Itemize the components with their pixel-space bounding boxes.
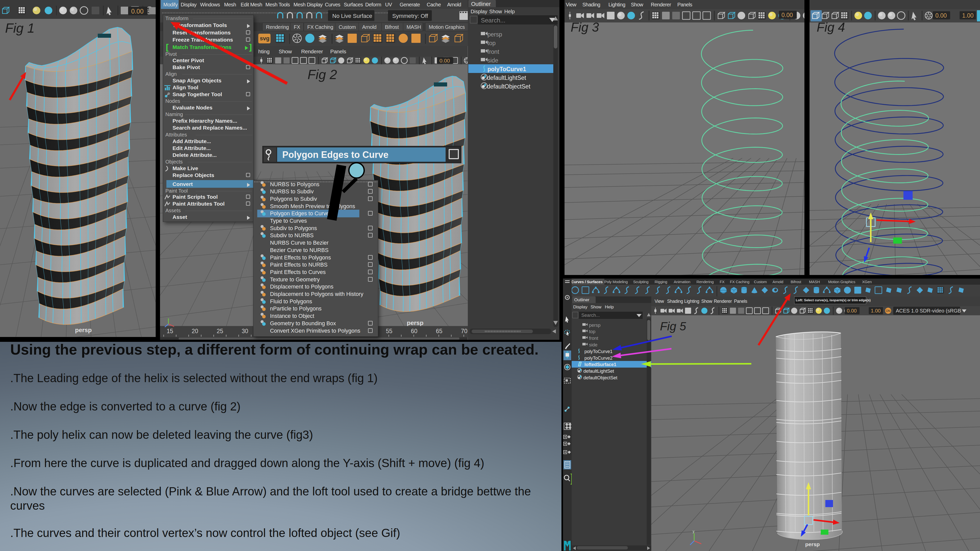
svg-text:20: 20 <box>192 328 198 334</box>
svg-text:70: 70 <box>461 328 468 334</box>
svg-text:y: y <box>693 530 694 534</box>
svg-text:25: 25 <box>217 328 223 334</box>
svg-text:15: 15 <box>167 328 173 334</box>
svg-text:55: 55 <box>386 328 393 334</box>
svg-text:60: 60 <box>411 328 417 334</box>
svg-text:30: 30 <box>242 328 248 334</box>
svg-text:65: 65 <box>436 328 442 334</box>
svg-text:ON: ON <box>886 309 891 313</box>
